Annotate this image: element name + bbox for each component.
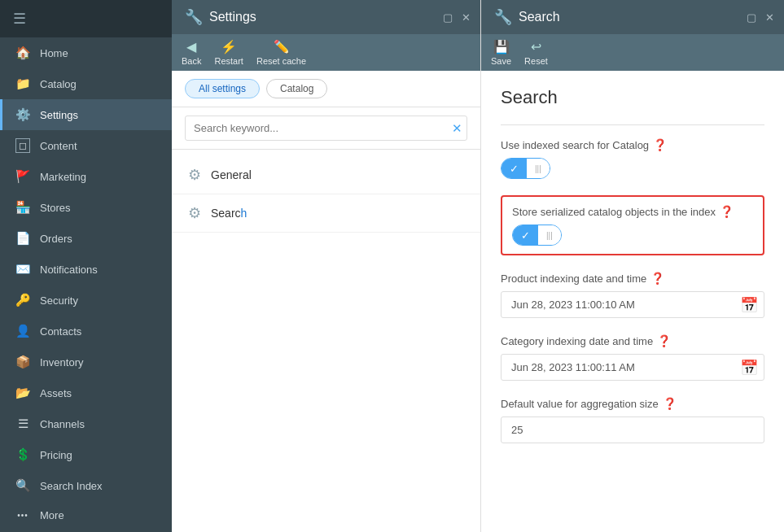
- product-indexing-label: Product indexing date and time ❓: [501, 272, 764, 285]
- restart-button[interactable]: ⚡ Restart: [214, 39, 243, 66]
- save-button[interactable]: 💾 Save: [491, 39, 511, 66]
- hamburger-icon[interactable]: ☰: [13, 10, 26, 28]
- gear-icon-general: ⚙: [188, 166, 201, 184]
- reset-cache-button[interactable]: ✏️ Reset cache: [256, 39, 306, 66]
- stores-icon: 🏪: [15, 200, 30, 215]
- search-panel: 🔧 Search ▢ ✕ 💾 Save ↩ Reset Search: [481, 0, 784, 532]
- search-panel-title: Search: [519, 10, 560, 24]
- sidebar-item-label: Channels: [40, 418, 85, 430]
- category-indexing-help-icon[interactable]: ❓: [657, 334, 671, 347]
- category-indexing-date-input[interactable]: [501, 354, 764, 381]
- product-indexing-row: Product indexing date and time ❓ 📅: [501, 272, 764, 318]
- toggle-store-serialized[interactable]: ✓ |||: [512, 225, 562, 246]
- filter-tabs: All settings Catalog: [172, 71, 480, 107]
- more-icon: •••: [15, 511, 30, 520]
- settings-search-input[interactable]: [185, 116, 467, 141]
- settings-icon: ⚙️: [15, 107, 30, 122]
- product-indexing-help-icon[interactable]: ❓: [650, 272, 664, 285]
- sidebar-item-inventory[interactable]: 📦 Inventory: [0, 347, 172, 377]
- home-icon: 🏠: [15, 46, 30, 60]
- reset-button[interactable]: ↩ Reset: [524, 39, 548, 66]
- sidebar-item-label: Home: [40, 47, 68, 59]
- settings-close-button[interactable]: ✕: [459, 11, 472, 24]
- sidebar-header: ☰: [0, 0, 172, 37]
- sidebar-item-settings[interactable]: ⚙️ Settings: [0, 99, 172, 130]
- sidebar-item-label: Security: [40, 294, 78, 307]
- search-index-icon: 🔍: [15, 478, 30, 493]
- sidebar: ☰ 🏠 Home 📁 Catalog ⚙️ Settings ◻ Content…: [0, 0, 172, 532]
- restart-label: Restart: [214, 56, 243, 66]
- sidebar-item-channels[interactable]: ☰ Channels: [0, 408, 172, 439]
- settings-item-search-label: Search: [211, 207, 247, 220]
- sidebar-item-catalog[interactable]: 📁 Catalog: [0, 68, 172, 99]
- sidebar-item-search-index[interactable]: 🔍 Search Index: [0, 470, 172, 501]
- sidebar-item-orders[interactable]: 📄 Orders: [0, 223, 172, 254]
- sidebar-item-label: Marketing: [40, 171, 86, 183]
- toggle-store-on: ✓: [513, 225, 538, 245]
- reset-cache-label: Reset cache: [256, 56, 306, 66]
- settings-item-general[interactable]: ⚙ General: [172, 156, 480, 194]
- search-close-button[interactable]: ✕: [763, 11, 776, 24]
- aggregation-row: Default value for aggregation size ❓: [501, 397, 764, 443]
- sidebar-item-label: Content: [40, 140, 77, 152]
- search-page-title: Search: [501, 87, 764, 108]
- use-indexed-search-help-icon[interactable]: ❓: [653, 138, 667, 151]
- settings-item-search[interactable]: ⚙ Search: [172, 194, 480, 233]
- sidebar-item-label: Search Index: [40, 480, 103, 492]
- sidebar-item-label: More: [40, 509, 64, 521]
- back-button[interactable]: ◀ Back: [182, 39, 201, 66]
- search-window-controls: ▢ ✕: [745, 11, 776, 24]
- sidebar-item-assets[interactable]: 📂 Assets: [0, 377, 172, 408]
- back-label: Back: [182, 56, 201, 66]
- settings-panel-title: Settings: [209, 10, 256, 24]
- sidebar-item-label: Catalog: [40, 78, 77, 90]
- toggle-on-check: ✓: [501, 159, 527, 178]
- settings-item-general-label: General: [211, 168, 252, 181]
- aggregation-help-icon[interactable]: ❓: [663, 397, 677, 410]
- back-icon: ◀: [186, 39, 196, 55]
- reset-cache-icon: ✏️: [274, 39, 290, 55]
- store-serialized-help-icon[interactable]: ❓: [720, 205, 734, 218]
- sidebar-item-home[interactable]: 🏠 Home: [0, 37, 172, 68]
- sidebar-item-stores[interactable]: 🏪 Stores: [0, 192, 172, 223]
- save-icon: 💾: [493, 39, 510, 55]
- search-clear-icon[interactable]: ✕: [452, 121, 462, 136]
- channels-icon: ☰: [15, 416, 30, 431]
- sidebar-item-pricing[interactable]: 💲 Pricing: [0, 439, 172, 470]
- settings-minimize-button[interactable]: ▢: [441, 11, 454, 24]
- product-indexing-date-input[interactable]: [501, 291, 764, 318]
- search-panel-wrench-icon: 🔧: [494, 8, 512, 26]
- store-serialized-toggle[interactable]: ✓ |||: [512, 225, 753, 246]
- category-indexing-label: Category indexing date and time ❓: [501, 334, 764, 347]
- aggregation-label: Default value for aggregation size ❓: [501, 397, 764, 410]
- sidebar-item-marketing[interactable]: 🚩 Marketing: [0, 161, 172, 192]
- sidebar-item-contacts[interactable]: 👤 Contacts: [0, 316, 172, 347]
- settings-search-wrap: ✕: [172, 107, 480, 150]
- security-icon: 🔑: [15, 293, 30, 307]
- filter-tab-catalog[interactable]: Catalog: [266, 79, 327, 98]
- filter-tab-all-settings[interactable]: All settings: [185, 79, 260, 98]
- settings-panel: 🔧 Settings ▢ ✕ ◀ Back ⚡ Restart ✏️: [172, 0, 481, 532]
- toggle-use-indexed[interactable]: ✓ |||: [501, 158, 550, 179]
- search-minimize-button[interactable]: ▢: [745, 11, 758, 24]
- sidebar-item-content[interactable]: ◻ Content: [0, 130, 172, 161]
- sidebar-item-more[interactable]: ••• More: [0, 501, 172, 530]
- notifications-icon: ✉️: [15, 262, 30, 277]
- sidebar-item-security[interactable]: 🔑 Security: [0, 285, 172, 316]
- store-serialized-box: Store serialized catalog objects in the …: [501, 195, 764, 255]
- assets-icon: 📂: [15, 386, 30, 400]
- panels: 🔧 Settings ▢ ✕ ◀ Back ⚡ Restart ✏️: [172, 0, 784, 532]
- settings-list: ⚙ General ⚙ Search: [172, 150, 480, 239]
- reset-label: Reset: [524, 56, 548, 66]
- orders-icon: 📄: [15, 231, 30, 246]
- aggregation-input[interactable]: [501, 416, 764, 443]
- content-icon: ◻: [15, 138, 30, 153]
- use-indexed-search-toggle[interactable]: ✓ |||: [501, 158, 764, 179]
- settings-panel-header: 🔧 Settings ▢ ✕: [172, 0, 480, 34]
- use-indexed-search-row: Use indexed search for Catalog ❓ ✓ |||: [501, 138, 764, 179]
- sidebar-item-label: Assets: [40, 387, 72, 399]
- contacts-icon: 👤: [15, 324, 30, 338]
- category-indexing-calendar-icon[interactable]: 📅: [740, 359, 758, 377]
- product-indexing-calendar-icon[interactable]: 📅: [740, 296, 758, 314]
- sidebar-item-notifications[interactable]: ✉️ Notifications: [0, 254, 172, 285]
